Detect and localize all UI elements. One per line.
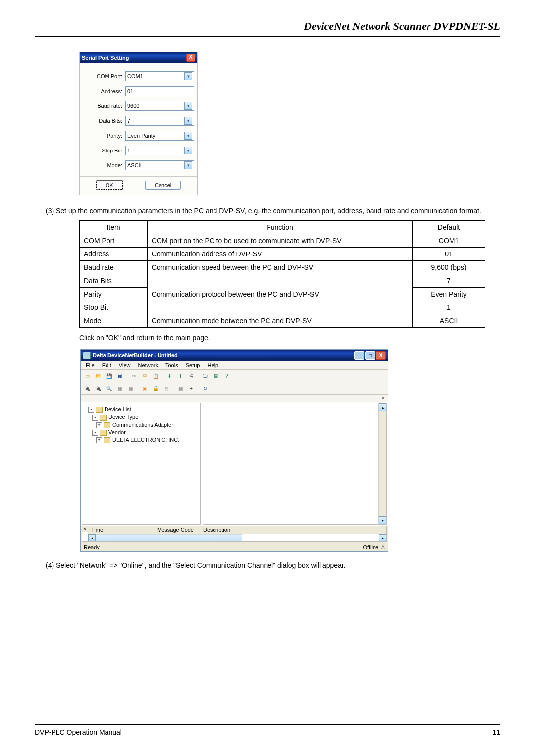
paragraph-step-4: (4) Select "Network" => "Online", and th…	[46, 559, 500, 572]
chevron-down-icon[interactable]: ▾	[184, 102, 192, 110]
address-label: Address:	[83, 88, 125, 94]
col-time[interactable]: Time	[88, 526, 154, 534]
io-icon[interactable]: ⎘	[161, 383, 171, 393]
tree-toggle-icon[interactable]	[92, 429, 100, 435]
horizontal-scrollbar[interactable]: ◂	[88, 534, 379, 541]
upload-icon[interactable]: ⬆	[175, 371, 185, 381]
footer-left: DVP-PLC Operation Manual	[35, 728, 122, 736]
tree-vendor[interactable]: Vendor	[108, 429, 126, 435]
app-icon	[83, 352, 91, 359]
monitor-icon[interactable]: 🖥	[211, 371, 221, 381]
minimize-icon[interactable]: _	[354, 351, 364, 360]
cancel-button[interactable]: Cancel	[145, 181, 181, 190]
tree-root[interactable]: Device List	[105, 406, 131, 412]
menu-bar[interactable]: File Edit View Network Tools Setup Help	[81, 361, 388, 370]
display-icon[interactable]: 🖵	[200, 371, 210, 381]
parity-select[interactable]: Even Parity ▾	[125, 131, 194, 141]
chevron-down-icon[interactable]: ▾	[184, 117, 192, 125]
scroll-up-icon[interactable]: ▴	[379, 403, 386, 411]
stop-bit-select[interactable]: 1 ▾	[125, 146, 194, 155]
folder-icon	[100, 415, 107, 421]
tree-delta[interactable]: DELTA ELECTRONIC, INC.	[112, 437, 179, 443]
scroll-down-icon[interactable]: ▾	[379, 516, 386, 524]
grid-icon[interactable]: ▦	[175, 383, 185, 393]
online-icon[interactable]: 🔌	[82, 383, 92, 393]
address-input[interactable]: 01	[125, 86, 194, 96]
print-icon[interactable]: 🖨	[186, 371, 196, 381]
menu-setup[interactable]: Setup	[183, 362, 203, 368]
dialog-titlebar[interactable]: Serial Port Setting X	[80, 52, 197, 63]
chevron-down-icon[interactable]: ▾	[184, 72, 192, 80]
tree-toggle-icon[interactable]	[92, 414, 100, 420]
open-file-icon[interactable]: 📂	[93, 371, 103, 381]
col-description[interactable]: Description	[200, 526, 386, 534]
scrollbar-track[interactable]	[96, 534, 242, 541]
copy-icon[interactable]: ⧉	[140, 371, 150, 381]
download-icon[interactable]: ⬇	[164, 371, 174, 381]
menu-help[interactable]: Help	[205, 362, 222, 368]
save-all-icon[interactable]: 🖬	[115, 371, 125, 381]
table-row: Address Communication address of DVP-SV …	[80, 248, 485, 261]
mode-label: Mode:	[83, 162, 125, 168]
new-file-icon[interactable]: ▭	[82, 371, 92, 381]
menu-tools[interactable]: Tools	[162, 362, 181, 368]
node2-icon[interactable]: ▦	[126, 383, 136, 393]
th-function: Function	[148, 221, 413, 234]
chip-icon[interactable]: ▣	[140, 383, 150, 393]
menu-edit[interactable]: Edit	[99, 362, 114, 368]
scroll-right-icon[interactable]: ▸	[379, 534, 386, 541]
folder-icon	[104, 437, 110, 443]
parity-value: Even Parity	[127, 133, 155, 139]
close-icon[interactable]: X	[376, 351, 386, 360]
scroll-left-icon[interactable]: ◂	[88, 534, 96, 541]
status-right: Offline	[363, 544, 379, 550]
tree-comm-adapter[interactable]: Communications Adapter	[112, 422, 173, 428]
refresh-icon[interactable]: ↻	[200, 383, 210, 393]
tree-toggle-icon[interactable]	[96, 437, 104, 443]
close-icon[interactable]: X	[186, 54, 195, 62]
mode-select[interactable]: ASCII ▾	[125, 160, 194, 170]
lock-icon[interactable]: 🔒	[151, 383, 160, 393]
folder-icon	[100, 430, 107, 436]
tree-pane[interactable]: Device List Device Type Communications A…	[82, 403, 201, 525]
vertical-scrollbar[interactable]: ▴ ▾	[378, 403, 386, 524]
offline-icon[interactable]: 🔌	[93, 383, 103, 393]
close-pane-icon[interactable]: ×	[82, 526, 88, 532]
tree-toggle-icon[interactable]	[88, 406, 96, 412]
tree-toggle-icon[interactable]	[96, 422, 104, 428]
app-titlebar[interactable]: Delta DeviceNetBuilder - Untitled _ □ X	[81, 350, 388, 361]
com-port-select[interactable]: COM1 ▾	[125, 71, 194, 81]
stop-bit-label: Stop Bit:	[83, 148, 125, 153]
chevron-down-icon[interactable]: ▾	[184, 161, 192, 169]
col-message-code[interactable]: Message Code	[154, 526, 200, 534]
pane-close-bar: ×	[81, 395, 388, 402]
chevron-down-icon[interactable]: ▾	[184, 147, 192, 154]
table-row: Data Bits Communication protocol between…	[80, 274, 485, 288]
menu-network[interactable]: Network	[135, 362, 161, 368]
chevron-down-icon[interactable]: ▾	[184, 132, 192, 140]
node-icon[interactable]: ▦	[115, 383, 125, 393]
tree-device-type[interactable]: Device Type	[108, 414, 138, 420]
cut-icon[interactable]: ✂	[129, 371, 139, 381]
content-pane[interactable]: ▴ ▾	[203, 403, 387, 525]
com-port-label: COM Port:	[83, 73, 125, 79]
save-icon[interactable]: 💾	[104, 371, 114, 381]
menu-view[interactable]: View	[116, 362, 134, 368]
th-default: Default	[413, 221, 485, 234]
serial-port-dialog: Serial Port Setting X COM Port: COM1 ▾ A…	[79, 52, 198, 195]
table-row: Mode Communication mode between the PC a…	[80, 314, 485, 328]
divide-icon[interactable]: ÷	[186, 383, 196, 393]
help-icon[interactable]: ?	[222, 371, 232, 381]
ok-button[interactable]: OK	[96, 181, 123, 190]
address-value: 01	[127, 88, 133, 94]
page-number: 11	[492, 728, 500, 736]
baud-rate-select[interactable]: 9600 ▾	[125, 101, 194, 111]
th-item: Item	[80, 221, 148, 234]
data-bits-value: 7	[127, 118, 130, 124]
maximize-icon[interactable]: □	[365, 351, 375, 360]
data-bits-select[interactable]: 7 ▾	[125, 116, 194, 126]
paste-icon[interactable]: 📋	[151, 371, 160, 381]
menu-file[interactable]: File	[83, 362, 98, 368]
scan-icon[interactable]: 🔍	[104, 383, 114, 393]
parity-label: Parity:	[83, 133, 125, 139]
